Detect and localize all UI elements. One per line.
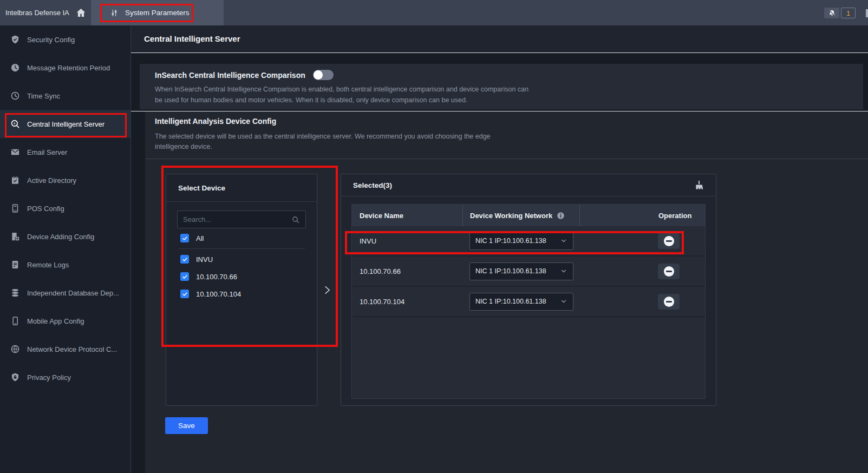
minus-icon [664, 297, 674, 307]
network-dropdown[interactable]: NIC 1 IP:10.100.61.138 [469, 262, 573, 280]
table-row-10-100-70-66: 10.100.70.66NIC 1 IP:10.100.61.138 [352, 257, 705, 287]
sidebar-item-label: Remote Logs [27, 261, 69, 269]
checkbox-10-100-70-104[interactable] [180, 290, 189, 298]
sidebar-item-mobile-app-config[interactable]: Mobile App Config [0, 307, 130, 335]
table-row-invu: INVUNIC 1 IP:10.100.61.138 [352, 226, 705, 257]
sidebar: Security ConfigMessage Retention PeriodT… [0, 25, 130, 473]
network-dropdown-value: NIC 1 IP:10.100.61.138 [475, 237, 546, 245]
sidebar-item-privacy-policy[interactable]: Privacy Policy [0, 363, 130, 391]
chevron-down-icon [560, 267, 567, 275]
shield-check-icon [10, 35, 20, 44]
device-add-icon [10, 232, 20, 241]
app-title: Intelbras Defense IA [5, 0, 69, 25]
insearch-title: InSearch Central Intelligence Comparison [155, 71, 305, 80]
sidebar-item-network-device-protocol-c[interactable]: Network Device Protocol C... [0, 335, 130, 363]
divider [131, 52, 868, 53]
device-option-label: 10.100.70.66 [196, 273, 237, 281]
sidebar-item-active-directory[interactable]: Active Directory [0, 166, 130, 194]
column-header-device-name: Device Name [352, 205, 462, 226]
sidebar-item-email-server[interactable]: Email Server [0, 138, 130, 166]
sidebar-item-label: Message Retention Period [27, 64, 110, 72]
notifications-muted-button[interactable] [824, 8, 839, 18]
sidebar-item-remote-logs[interactable]: Remote Logs [0, 251, 130, 279]
analysis-description: The selected device will be used as the … [155, 132, 512, 152]
topbar: Intelbras Defense IA System Parameters 1 [0, 0, 868, 25]
search-icon[interactable] [291, 215, 300, 224]
minus-icon [664, 236, 674, 246]
network-dropdown[interactable]: NIC 1 IP:10.100.61.138 [469, 232, 573, 250]
check-icon [182, 274, 188, 280]
column-header-device-working-network: Device Working Network [462, 205, 579, 226]
table-header: Device Name Device Working Network Opera… [352, 205, 705, 226]
main-content: Central Intelligent Server InSearch Cent… [130, 25, 868, 473]
analysis-section: Intelligent Analysis Device Config The s… [145, 111, 868, 473]
check-icon [182, 291, 188, 297]
clear-all-button[interactable] [693, 180, 704, 190]
clock-icon [10, 63, 20, 73]
sidebar-item-independent-database-dep[interactable]: Independent Database Dep... [0, 279, 130, 307]
database-icon [10, 288, 20, 298]
insearch-section: InSearch Central Intelligence Comparison… [140, 64, 863, 109]
device-option-label: All [196, 234, 204, 242]
sidebar-item-security-config[interactable]: Security Config [0, 25, 130, 54]
sidebar-item-central-intelligent-server[interactable]: Central Intelligent Server [0, 110, 130, 138]
broom-icon [693, 180, 704, 190]
device-option-select-all: All [166, 229, 317, 247]
insearch-toggle[interactable] [313, 70, 334, 80]
search-bolt-icon [10, 119, 20, 129]
sidebar-item-label: Security Config [27, 36, 75, 44]
tab-system-parameters[interactable]: System Parameters [91, 0, 224, 25]
info-icon[interactable] [557, 212, 565, 220]
globe-icon [10, 344, 20, 354]
remove-device-button[interactable] [658, 264, 680, 279]
device-option-10-100-70-66: 10.100.70.66 [166, 268, 317, 285]
network-dropdown-value: NIC 1 IP:10.100.61.138 [475, 298, 546, 305]
logs-icon [10, 260, 20, 270]
mail-icon [10, 147, 20, 157]
home-icon [75, 7, 87, 18]
sliders-icon [109, 8, 119, 18]
move-right-button[interactable] [322, 283, 332, 297]
sidebar-item-label: Central Intelligent Server [27, 120, 105, 128]
device-search-box [177, 211, 306, 228]
sidebar-item-device-adding-config[interactable]: Device Adding Config [0, 222, 130, 251]
selected-title: Selected(3) [353, 181, 392, 189]
selected-device-table: Device Name Device Working Network Opera… [351, 204, 706, 399]
insearch-description: When InSearch Central Intelligence Compa… [155, 84, 534, 106]
checkbox-10-100-70-66[interactable] [180, 272, 189, 281]
sidebar-item-label: Privacy Policy [27, 373, 71, 382]
device-search-input[interactable] [183, 215, 288, 224]
sidebar-item-pos-config[interactable]: POS Config [0, 194, 130, 222]
shield-lock-icon [10, 372, 20, 382]
edge-button-partial [866, 9, 868, 17]
page-title: Central Intelligent Server [144, 25, 240, 52]
chevron-down-icon [560, 298, 567, 305]
tab-label: System Parameters [125, 9, 190, 17]
clipboard-check-icon [10, 175, 20, 185]
page-header: Central Intelligent Server [131, 25, 868, 52]
device-option-label: INVU [196, 255, 213, 264]
remove-device-button[interactable] [658, 294, 680, 310]
minus-icon [664, 266, 674, 277]
selected-panel: Selected(3) Device Name Device Working N… [341, 174, 716, 406]
network-dropdown-value: NIC 1 IP:10.100.61.138 [475, 267, 546, 275]
chevron-right-icon [322, 283, 332, 297]
check-icon [182, 235, 188, 241]
bell-muted-icon [828, 9, 836, 17]
sidebar-item-label: Time Sync [27, 92, 60, 100]
select-device-panel: Select Device AllINVU10.100.70.6610.100.… [166, 174, 317, 406]
home-button[interactable] [75, 7, 87, 18]
divider [145, 159, 868, 159]
toggle-knob [314, 70, 323, 80]
remove-device-button[interactable] [658, 233, 680, 249]
network-dropdown[interactable]: NIC 1 IP:10.100.61.138 [469, 293, 573, 311]
sidebar-item-label: Device Adding Config [27, 233, 94, 241]
save-button[interactable]: Save [165, 417, 208, 434]
mobile-icon [10, 316, 20, 326]
sidebar-item-time-sync[interactable]: Time Sync [0, 82, 130, 110]
task-count-badge[interactable]: 1 [841, 8, 856, 18]
sidebar-item-label: Email Server [27, 148, 67, 156]
sidebar-item-message-retention-period[interactable]: Message Retention Period [0, 54, 130, 82]
checkbox-select-all[interactable] [180, 234, 189, 242]
checkbox-invu[interactable] [180, 255, 189, 264]
